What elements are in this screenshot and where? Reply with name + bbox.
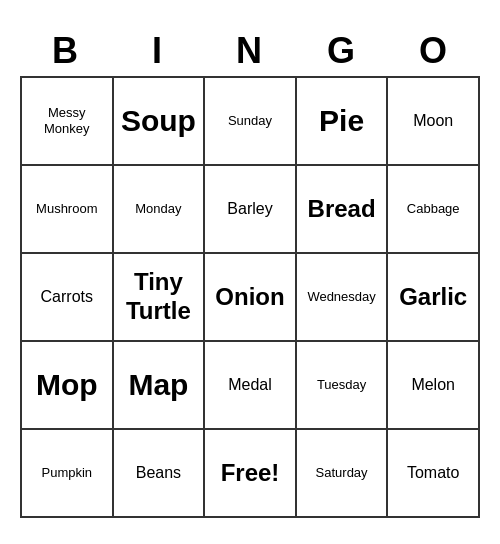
bingo-cell: Beans: [114, 430, 206, 518]
bingo-cell: Messy Monkey: [22, 78, 114, 166]
cell-text: Monday: [135, 201, 181, 217]
cell-text: Beans: [136, 463, 181, 482]
bingo-grid: Messy MonkeySoupSundayPieMoonMushroomMon…: [20, 76, 480, 518]
cell-text: Carrots: [41, 287, 93, 306]
cell-text: Mop: [36, 367, 98, 403]
bingo-cell: Pumpkin: [22, 430, 114, 518]
cell-text: Wednesday: [307, 289, 375, 305]
bingo-cell: Map: [114, 342, 206, 430]
bingo-header: BINGO: [20, 26, 480, 76]
bingo-cell: Soup: [114, 78, 206, 166]
bingo-cell: Tuesday: [297, 342, 389, 430]
cell-text: Tuesday: [317, 377, 366, 393]
cell-text: Messy Monkey: [26, 105, 108, 136]
bingo-cell: Free!: [205, 430, 297, 518]
header-letter: O: [388, 26, 480, 76]
bingo-cell: Monday: [114, 166, 206, 254]
bingo-cell: Onion: [205, 254, 297, 342]
bingo-cell: Pie: [297, 78, 389, 166]
header-letter: B: [20, 26, 112, 76]
bingo-cell: Medal: [205, 342, 297, 430]
cell-text: Medal: [228, 375, 272, 394]
cell-text: Cabbage: [407, 201, 460, 217]
cell-text: Moon: [413, 111, 453, 130]
cell-text: Soup: [121, 103, 196, 139]
bingo-cell: Cabbage: [388, 166, 480, 254]
bingo-cell: Barley: [205, 166, 297, 254]
cell-text: Pumpkin: [42, 465, 93, 481]
bingo-cell: Carrots: [22, 254, 114, 342]
bingo-cell: Bread: [297, 166, 389, 254]
header-letter: I: [112, 26, 204, 76]
bingo-cell: Saturday: [297, 430, 389, 518]
cell-text: Garlic: [399, 283, 467, 312]
cell-text: Barley: [227, 199, 272, 218]
header-letter: G: [296, 26, 388, 76]
cell-text: Tiny Turtle: [118, 268, 200, 326]
cell-text: Sunday: [228, 113, 272, 129]
bingo-cell: Melon: [388, 342, 480, 430]
cell-text: Bread: [308, 195, 376, 224]
bingo-cell: Tomato: [388, 430, 480, 518]
cell-text: Mushroom: [36, 201, 97, 217]
bingo-card: BINGO Messy MonkeySoupSundayPieMoonMushr…: [20, 26, 480, 518]
cell-text: Onion: [215, 283, 284, 312]
bingo-cell: Garlic: [388, 254, 480, 342]
cell-text: Tomato: [407, 463, 459, 482]
cell-text: Saturday: [316, 465, 368, 481]
header-letter: N: [204, 26, 296, 76]
bingo-cell: Mushroom: [22, 166, 114, 254]
cell-text: Map: [128, 367, 188, 403]
bingo-cell: Sunday: [205, 78, 297, 166]
cell-text: Melon: [411, 375, 455, 394]
bingo-cell: Tiny Turtle: [114, 254, 206, 342]
bingo-cell: Mop: [22, 342, 114, 430]
cell-text: Pie: [319, 103, 364, 139]
bingo-cell: Moon: [388, 78, 480, 166]
cell-text: Free!: [221, 459, 280, 488]
bingo-cell: Wednesday: [297, 254, 389, 342]
